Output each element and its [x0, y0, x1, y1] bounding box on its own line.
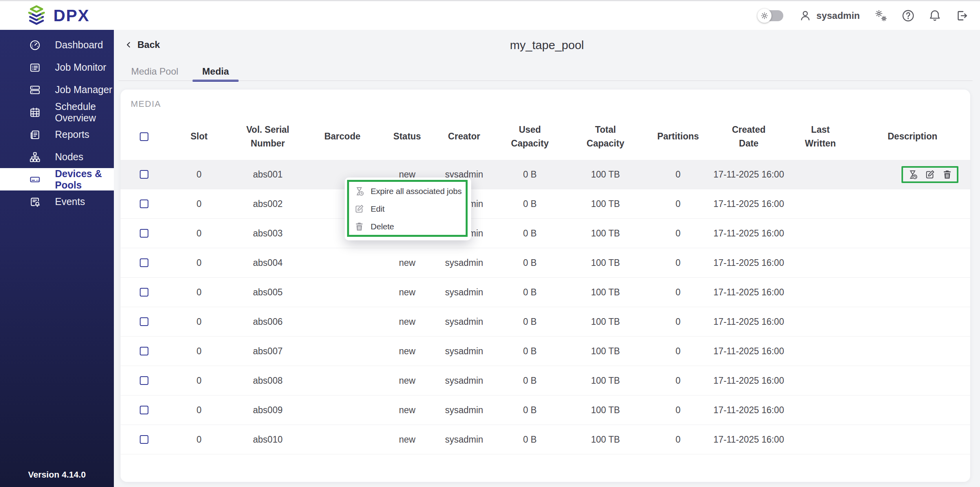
row-checkbox[interactable] [140, 258, 148, 267]
sidebar-item-job-monitor[interactable]: Job Monitor [0, 56, 114, 79]
tab-media[interactable]: Media [192, 66, 239, 81]
table-row[interactable]: 0abs010newsysadmin0 B100 TB017-11-2025 1… [121, 425, 970, 454]
sidebar-item-schedule-overview[interactable]: Schedule Overview [0, 101, 114, 123]
cell-total-capacity: 100 TB [566, 169, 645, 180]
cell-total-capacity: 100 TB [566, 375, 645, 386]
column-header-description: Description [855, 130, 970, 143]
select-all-checkbox[interactable] [140, 132, 148, 141]
context-menu-list: Expire all associated jobsEditDelete [345, 182, 471, 235]
cell-text: 0 [197, 405, 202, 415]
row-action-expire-button[interactable] [907, 169, 918, 180]
cell-status: new [380, 346, 435, 357]
context-menu-item-delete[interactable]: Delete [345, 218, 471, 235]
cell-total-capacity: 100 TB [566, 434, 645, 445]
tab-media-pool[interactable]: Media Pool [125, 66, 185, 81]
sidebar-item-dashboard[interactable]: Dashboard [0, 34, 114, 56]
help-icon[interactable] [901, 9, 915, 22]
settings-gears-icon[interactable] [873, 8, 888, 23]
table-row[interactable]: 0abs001newsysadmin0 B100 TB017-11-2025 1… [121, 160, 970, 189]
row-action-edit-button[interactable] [925, 169, 935, 180]
cell-text: 0 B [523, 287, 537, 297]
cell-slot: 0 [168, 375, 230, 386]
cell-text: 0 B [523, 199, 537, 209]
cell-status: new [380, 317, 435, 327]
column-header-label: Last Written [805, 124, 836, 148]
sidebar-item-label: Schedule Overview [55, 101, 114, 124]
cell-partitions: 0 [645, 434, 711, 445]
column-header-label: Vol. Serial Number [246, 124, 289, 148]
cell-text: abs003 [253, 228, 282, 238]
row-checkbox[interactable] [140, 200, 148, 208]
row-select-cell [121, 317, 168, 326]
column-header-slot: Slot [168, 130, 230, 143]
sidebar-item-job-manager[interactable]: Job Manager [0, 79, 114, 101]
column-header-creator: Creator [435, 130, 494, 143]
cell-text: sysadmin [445, 346, 483, 356]
row-checkbox[interactable] [140, 406, 148, 414]
topbar-actions: sysadmin [759, 8, 968, 23]
cell-created-date: 17-11-2025 16:00 [711, 199, 786, 209]
cell-created-date: 17-11-2025 16:00 [711, 346, 786, 357]
row-checkbox[interactable] [140, 376, 148, 385]
events-icon [29, 196, 41, 208]
theme-toggle[interactable] [759, 10, 783, 21]
sidebar-item-reports[interactable]: Reports [0, 123, 114, 146]
table-row[interactable]: 0abs002newsysadmin0 B100 TB017-11-2025 1… [121, 189, 970, 219]
section-label: MEDIA [131, 99, 161, 109]
sidebar-nav: DashboardJob MonitorJob ManagerSchedule … [0, 30, 114, 213]
column-header-label: Creator [448, 131, 480, 141]
cell-text: abs007 [253, 346, 282, 356]
cell-used-capacity: 0 B [494, 228, 566, 239]
column-header-used-capacity: Used Capacity [494, 123, 566, 150]
row-checkbox[interactable] [140, 170, 148, 179]
context-menu-item-expire-all-associated-jobs[interactable]: Expire all associated jobs [345, 182, 471, 200]
devices-icon [29, 174, 41, 185]
row-checkbox[interactable] [140, 435, 148, 444]
cell-text: abs002 [253, 199, 282, 209]
row-checkbox[interactable] [140, 347, 148, 355]
table-row[interactable]: 0abs008newsysadmin0 B100 TB017-11-2025 1… [121, 366, 970, 395]
cell-text: sysadmin [445, 434, 483, 445]
cell-partitions: 0 [645, 228, 711, 239]
row-checkbox[interactable] [140, 288, 148, 297]
sidebar-item-nodes[interactable]: Nodes [0, 146, 114, 168]
table-row[interactable]: 0abs005newsysadmin0 B100 TB017-11-2025 1… [121, 278, 970, 307]
cell-vol-serial-number: abs006 [230, 317, 305, 327]
expire-icon [354, 186, 364, 196]
tab-bar: Media PoolMedia [125, 66, 239, 81]
dpx-logo-icon [25, 5, 48, 26]
cell-created-date: 17-11-2025 16:00 [711, 375, 786, 386]
table-row[interactable]: 0abs003newsysadmin0 B100 TB017-11-2025 1… [121, 219, 970, 248]
logout-icon[interactable] [955, 9, 968, 22]
cell-slot: 0 [168, 258, 230, 268]
row-checkbox[interactable] [140, 317, 148, 326]
table-row[interactable]: 0abs007newsysadmin0 B100 TB017-11-2025 1… [121, 337, 970, 366]
cell-created-date: 17-11-2025 16:00 [711, 258, 786, 268]
cell-created-date: 17-11-2025 16:00 [711, 228, 786, 239]
row-checkbox[interactable] [140, 229, 148, 238]
column-header-status: Status [380, 130, 435, 143]
table-row[interactable]: 0abs006newsysadmin0 B100 TB017-11-2025 1… [121, 307, 970, 337]
context-menu-item-edit[interactable]: Edit [345, 200, 471, 218]
cell-vol-serial-number: abs002 [230, 199, 305, 209]
cell-vol-serial-number: abs009 [230, 405, 305, 416]
cell-text: sysadmin [445, 405, 483, 415]
table-row[interactable]: 0abs009newsysadmin0 B100 TB017-11-2025 1… [121, 395, 970, 425]
media-card: MEDIA SlotVol. Serial NumberBarcodeStatu… [121, 90, 970, 482]
table-row[interactable]: 0abs004newsysadmin0 B100 TB017-11-2025 1… [121, 248, 970, 278]
sidebar-item-devices-pools[interactable]: Devices & Pools [0, 168, 114, 190]
cell-total-capacity: 100 TB [566, 287, 645, 298]
sidebar-item-label: Devices & Pools [55, 168, 114, 191]
nodes-icon [29, 151, 41, 163]
cell-creator: sysadmin [435, 346, 494, 357]
sidebar-item-events[interactable]: Events [0, 190, 114, 213]
edit-icon [354, 204, 364, 214]
cell-text: 0 [197, 287, 202, 297]
user-menu[interactable]: sysadmin [799, 9, 860, 22]
row-actions-highlight-box [901, 166, 958, 183]
cell-text: 0 [197, 228, 202, 238]
cell-text: sysadmin [445, 258, 483, 268]
row-action-delete-button[interactable] [942, 169, 953, 180]
username: sysadmin [816, 10, 860, 21]
notifications-bell-icon[interactable] [928, 9, 942, 22]
